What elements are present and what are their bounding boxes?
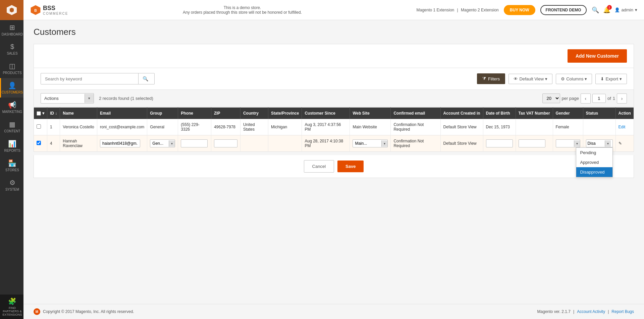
sidebar-item-reports[interactable]: 📊 REPORTS xyxy=(0,136,23,156)
row2-website-select[interactable]: Main... Main Website xyxy=(353,140,381,147)
row1-tax-vat xyxy=(516,119,553,135)
status-arrow-button[interactable]: ▾ xyxy=(605,140,611,147)
footer-copyright: Copyright © 2017 Magento, Inc. All right… xyxy=(43,309,134,314)
row1-since: Aug 3, 2017 4:37:56 PM xyxy=(302,119,350,135)
actions-select-arrow[interactable]: ▾ xyxy=(85,94,94,103)
row2-dob xyxy=(483,135,516,152)
th-country[interactable]: Country xyxy=(240,108,268,119)
th-group[interactable]: Group xyxy=(147,108,178,119)
sidebar-item-customers[interactable]: 👤 CUSTOMERS xyxy=(0,78,23,98)
buy-now-button[interactable]: BUY NOW xyxy=(504,5,535,15)
row2-gender-arrow[interactable]: ▾ xyxy=(574,140,580,147)
magento1-link[interactable]: Magento 1 Extension xyxy=(416,8,454,12)
eye-icon: 👁 xyxy=(514,76,518,81)
status-option-pending[interactable]: Pending xyxy=(576,148,612,157)
svg-text:B: B xyxy=(34,8,37,12)
search-icon-button[interactable]: 🔍 xyxy=(592,6,599,14)
row2-group-arrow[interactable]: ▾ xyxy=(169,140,175,147)
status-input[interactable] xyxy=(586,140,605,147)
save-button[interactable]: Save xyxy=(337,161,364,172)
demo-line2: Any orders placed through this store wil… xyxy=(183,10,302,15)
row2-id: 4 xyxy=(47,135,60,152)
topbar-right: Magento 1 Extension | Magento 2 Extensio… xyxy=(416,5,637,15)
th-email[interactable]: Email xyxy=(97,108,147,119)
columns-button[interactable]: ⚙ Columns ▾ xyxy=(556,74,592,84)
prev-page-button[interactable]: ‹ xyxy=(581,93,591,104)
row2-tax-input[interactable] xyxy=(519,139,545,147)
search-button[interactable]: 🔍 xyxy=(138,73,152,84)
actions-select-wrap: Actions ▾ xyxy=(41,93,94,104)
bss-brand-sub: COMMERCE xyxy=(43,12,68,15)
row1-edit-link[interactable]: Edit xyxy=(619,125,626,129)
account-activity-link[interactable]: Account Activity xyxy=(577,309,605,314)
row2-email-input[interactable] xyxy=(100,139,140,147)
th-confirmed-email[interactable]: Confirmed email xyxy=(391,108,440,119)
sidebar-item-label: SALES xyxy=(7,52,17,55)
row2-edit-icon[interactable]: ✎ xyxy=(619,141,622,146)
sidebar-item-stores[interactable]: 🏪 STORES xyxy=(0,156,23,175)
th-website[interactable]: Web Site xyxy=(350,108,391,119)
row2-group-select[interactable]: Gen... General xyxy=(150,140,169,147)
next-page-button[interactable]: › xyxy=(617,93,627,104)
th-dob[interactable]: Date of Birth xyxy=(483,108,516,119)
select-all-arrow[interactable]: ▾ xyxy=(42,111,44,116)
sidebar-item-sales[interactable]: $ SALES xyxy=(0,40,23,59)
sidebar-logo[interactable] xyxy=(0,0,23,20)
row2-website: Main... Main Website ▾ xyxy=(350,135,391,152)
row2-name: Hannah Ravenclaw xyxy=(60,135,97,152)
sidebar-item-content[interactable]: ▦ CONTENT xyxy=(0,117,23,136)
row2-country xyxy=(240,135,268,152)
sidebar-item-system[interactable]: ⚙ SYSTEM xyxy=(0,175,23,195)
row2-gender-select[interactable]: Male Female xyxy=(556,140,574,147)
report-bugs-link[interactable]: Report Bugs xyxy=(611,309,634,314)
th-account-created[interactable]: Account Created in xyxy=(440,108,483,119)
th-status[interactable]: Status xyxy=(583,108,615,119)
content-icon: ▦ xyxy=(9,120,15,128)
status-option-disapproved[interactable]: Disapproved xyxy=(576,167,612,177)
actions-select[interactable]: Actions xyxy=(41,93,85,103)
th-since[interactable]: Customer Since xyxy=(302,108,350,119)
th-name[interactable]: Name xyxy=(60,108,97,119)
row2-zip-input[interactable] xyxy=(214,139,237,147)
admin-username: admin xyxy=(622,7,633,12)
view-button[interactable]: 👁 Default View ▾ xyxy=(508,74,552,84)
admin-user-menu[interactable]: 👤 admin ▾ xyxy=(614,7,637,12)
reports-icon: 📊 xyxy=(8,140,16,148)
sidebar-item-products[interactable]: ◫ PRODUCTS xyxy=(0,59,23,78)
cancel-button[interactable]: Cancel xyxy=(304,160,334,173)
select-all-checkbox[interactable] xyxy=(37,111,41,116)
add-new-customer-button[interactable]: Add New Customer xyxy=(568,49,627,63)
topbar: B BSS COMMERCE This is a demo store. Any… xyxy=(23,0,644,20)
status-option-approved[interactable]: Approved xyxy=(576,157,612,167)
table-row: 1 Veronica Costello roni_cost@example.co… xyxy=(34,119,634,135)
sidebar-item-dashboard[interactable]: ⊞ DASHBOARD xyxy=(0,20,23,40)
th-phone[interactable]: Phone xyxy=(178,108,211,119)
th-tax-vat[interactable]: Tax VAT Number xyxy=(516,108,553,119)
th-state[interactable]: State/Province xyxy=(268,108,302,119)
filters-button[interactable]: ⧩ Filters xyxy=(477,73,505,84)
row2-checkbox[interactable] xyxy=(37,141,41,145)
row2-website-arrow[interactable]: ▾ xyxy=(381,140,387,147)
th-gender[interactable]: Gender xyxy=(553,108,583,119)
row2-phone-input[interactable] xyxy=(181,139,208,147)
page-number-input[interactable] xyxy=(592,94,606,103)
row1-checkbox[interactable] xyxy=(37,124,41,129)
sidebar-item-marketing[interactable]: 📢 MARKETING xyxy=(0,98,23,117)
th-id[interactable]: ID ↓ xyxy=(47,108,60,119)
row1-group: General xyxy=(147,119,178,135)
frontend-demo-button[interactable]: FRONTEND DEMO xyxy=(540,5,587,15)
sidebar-item-partners[interactable]: 🧩 FIND PARTNERS & EXTENSIONS xyxy=(0,295,23,319)
notifications-button[interactable]: 🔔 1 xyxy=(603,6,610,14)
export-button[interactable]: ⬇ Export ▾ xyxy=(595,74,627,84)
th-zip[interactable]: ZIP xyxy=(211,108,240,119)
row1-gender: Female xyxy=(553,119,583,135)
sidebar: ⊞ DASHBOARD $ SALES ◫ PRODUCTS 👤 CUSTOME… xyxy=(0,0,23,319)
footer: M Copyright © 2017 Magento, Inc. All rig… xyxy=(23,304,644,319)
row2-dob-input[interactable] xyxy=(486,139,513,147)
search-input[interactable] xyxy=(41,74,138,84)
status-dropdown-menu: Pending Approved Disapproved xyxy=(576,147,613,177)
marketing-icon: 📢 xyxy=(8,101,16,109)
magento2-link[interactable]: Magento 2 Extension xyxy=(461,8,499,12)
per-page-select[interactable]: 20 xyxy=(542,93,560,103)
search-box: 🔍 xyxy=(41,73,155,84)
